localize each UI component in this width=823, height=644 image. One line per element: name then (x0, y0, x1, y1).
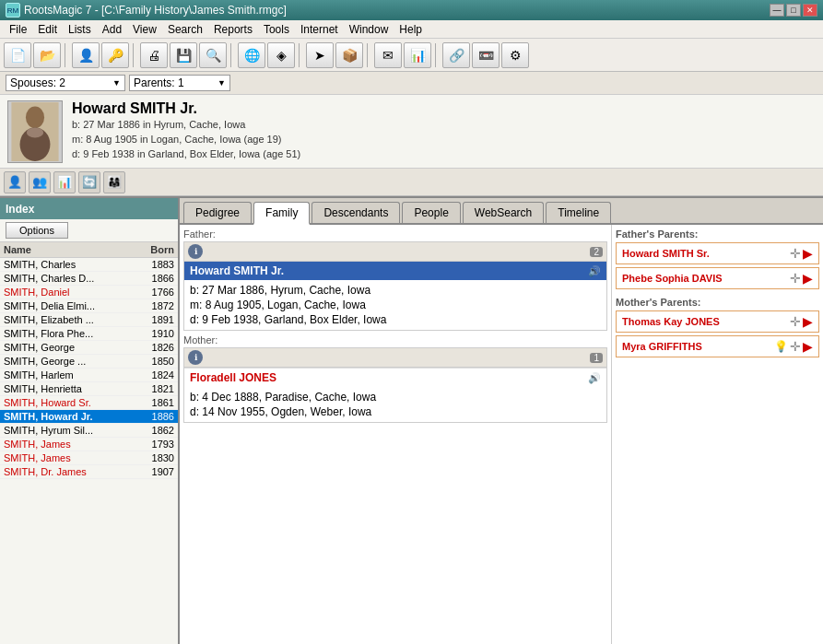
add-fm-icon[interactable]: ✛ (790, 271, 801, 286)
name-list-item[interactable]: SMITH, Harlem1824 (0, 369, 178, 382)
name-list-item[interactable]: SMITH, Henrietta1821 (0, 382, 178, 396)
father-selected[interactable]: Howard SMITH Jr. 🔊 (184, 262, 606, 280)
people-icon-btn[interactable]: 👥 (29, 171, 51, 193)
name-list-item[interactable]: SMITH, Howard Jr.1886 (0, 410, 178, 424)
toolbar-btn-8[interactable]: ◈ (267, 42, 295, 68)
toolbar-btn-4[interactable]: 🖨 (140, 42, 168, 68)
mothers-mother-box[interactable]: Myra GRIFFITHS 💡 ✛ ▶ (616, 335, 819, 357)
mother-death: d: 14 Nov 1955, Ogden, Weber, Iowa (190, 404, 601, 419)
toolbar-btn-9[interactable]: ➤ (306, 42, 334, 68)
name-list-item[interactable]: SMITH, Delia Elmi...1872 (0, 299, 178, 313)
toolbar-btn-2[interactable]: 👤 (72, 42, 100, 68)
right-panel: PedigreeFamilyDescendantsPeopleWebSearch… (180, 198, 823, 644)
add-mm-icon[interactable]: ✛ (790, 339, 801, 354)
name-list-item[interactable]: SMITH, George1826 (0, 341, 178, 355)
mothers-father-name: Thomas Kay JONES (622, 316, 720, 327)
name-list-item[interactable]: SMITH, Elizabeth ...1891 (0, 313, 178, 327)
arrow-fm-icon[interactable]: ▶ (803, 271, 813, 286)
menu-item-window[interactable]: Window (344, 21, 394, 38)
menu-item-internet[interactable]: Internet (295, 21, 344, 38)
toolbar-btn-7[interactable]: 🌐 (238, 42, 265, 68)
menu-item-help[interactable]: Help (394, 21, 428, 38)
name-list-item[interactable]: SMITH, Charles D...1866 (0, 272, 178, 286)
born-text: 1910 (137, 328, 174, 339)
refresh-icon-btn[interactable]: 🔄 (78, 171, 100, 193)
arrow-mf-icon[interactable]: ▶ (803, 314, 813, 329)
mother-label: Mother: (183, 334, 607, 345)
menu-item-add[interactable]: Add (97, 21, 127, 38)
toolbar-btn-12[interactable]: 📊 (404, 42, 431, 68)
fathers-parents-section: Father's Parents: Howard SMITH Sr. ✛ ▶ P… (616, 228, 819, 289)
name-list-item[interactable]: SMITH, James1793 (0, 438, 178, 451)
arrow-mm-icon[interactable]: ▶ (803, 339, 813, 354)
mother-selected[interactable]: Floradell JONES 🔊 (184, 368, 606, 387)
family-icon-btn[interactable]: 👨‍👩‍👧 (103, 171, 125, 193)
name-col-header: Name (4, 244, 137, 255)
tab-websearch[interactable]: WebSearch (463, 202, 544, 223)
name-list-item[interactable]: SMITH, Daniel1766 (0, 286, 178, 299)
name-list-item[interactable]: SMITH, Dr. James1907 (0, 465, 178, 479)
parents-combo[interactable]: Parents: 1 ▼ (129, 75, 230, 91)
mother-badge: ℹ (188, 350, 203, 365)
menu-item-reports[interactable]: Reports (208, 21, 258, 38)
menu-item-lists[interactable]: Lists (63, 21, 97, 38)
spouses-combo[interactable]: Spouses: 2 ▼ (6, 75, 125, 91)
name-list-item[interactable]: SMITH, James1830 (0, 451, 178, 465)
born-text: 1861 (137, 397, 174, 408)
name-list-item[interactable]: SMITH, Howard Sr.1861 (0, 396, 178, 410)
toolbar-btn-0[interactable]: 📄 (4, 42, 31, 68)
add-ff-icon[interactable]: ✛ (790, 246, 801, 261)
menu-item-search[interactable]: Search (162, 21, 208, 38)
menu-item-view[interactable]: View (127, 21, 162, 38)
toolbar-btn-14[interactable]: 📼 (472, 42, 500, 68)
tab-timeline[interactable]: Timeline (546, 202, 611, 223)
toolbar-btn-10[interactable]: 📦 (335, 42, 363, 68)
person-header: Howard SMITH Jr. b: 27 Mar 1886 in Hyrum… (0, 95, 823, 169)
name-text: SMITH, Harlem (4, 369, 137, 381)
person-icon-btn[interactable]: 👤 (4, 171, 26, 193)
father-info-icon[interactable]: ℹ (188, 244, 203, 259)
toolbar-btn-13[interactable]: 🔗 (442, 42, 470, 68)
maximize-button[interactable]: □ (786, 4, 801, 17)
name-list-item[interactable]: SMITH, George ...1850 (0, 355, 178, 369)
toolbar-btn-5[interactable]: 💾 (170, 42, 197, 68)
mother-box: ℹ 1 Floradell JONES 🔊 b: 4 Dec 1888, Par (183, 347, 607, 423)
born-text: 1824 (137, 369, 174, 381)
toolbar-btn-6[interactable]: 🔍 (199, 42, 227, 68)
name-list-item[interactable]: SMITH, Hyrum Sil...1862 (0, 424, 178, 438)
fathers-mother-box[interactable]: Phebe Sophia DAVIS ✛ ▶ (616, 267, 819, 289)
app-icon: RM (6, 3, 20, 18)
tab-people[interactable]: People (402, 202, 460, 223)
fathers-father-actions: ✛ ▶ (790, 246, 813, 261)
name-text: SMITH, Charles (4, 259, 137, 270)
close-button[interactable]: ✕ (803, 4, 817, 17)
name-list-item[interactable]: SMITH, Flora Phe...1910 (0, 327, 178, 341)
tab-family[interactable]: Family (253, 202, 310, 225)
mother-section: Mother: ℹ 1 Floradell JONES (183, 334, 607, 423)
menu-item-tools[interactable]: Tools (258, 21, 295, 38)
toolbar-btn-15[interactable]: ⚙ (501, 42, 529, 68)
mother-info-icon[interactable]: ℹ (188, 350, 203, 365)
toolbar-btn-1[interactable]: 📂 (33, 42, 61, 68)
born-text: 1886 (137, 411, 174, 422)
toolbar-btn-3[interactable]: 🔑 (101, 42, 129, 68)
add-mf-icon[interactable]: ✛ (790, 314, 801, 329)
fathers-mother-name: Phebe Sophia DAVIS (622, 273, 723, 284)
fathers-father-box[interactable]: Howard SMITH Sr. ✛ ▶ (616, 242, 819, 264)
menu-item-file[interactable]: File (4, 21, 32, 38)
name-list-item[interactable]: SMITH, Charles1883 (0, 258, 178, 272)
chart-icon-btn[interactable]: 📊 (53, 171, 76, 193)
tab-pedigree[interactable]: Pedigree (183, 202, 252, 223)
born-text: 1907 (137, 466, 174, 477)
svg-point-1 (26, 107, 44, 129)
arrow-ff-icon[interactable]: ▶ (803, 246, 813, 261)
mother-speaker-icon: 🔊 (588, 372, 601, 384)
mothers-father-box[interactable]: Thomas Kay JONES ✛ ▶ (616, 310, 819, 333)
minimize-button[interactable]: — (770, 4, 784, 17)
options-button[interactable]: Options (6, 222, 68, 239)
born-col-header: Born (137, 244, 174, 255)
tab-descendants[interactable]: Descendants (312, 202, 400, 223)
menu-item-edit[interactable]: Edit (32, 21, 63, 38)
toolbar-btn-11[interactable]: ✉ (374, 42, 402, 68)
toolbar-sep-11 (367, 43, 370, 67)
